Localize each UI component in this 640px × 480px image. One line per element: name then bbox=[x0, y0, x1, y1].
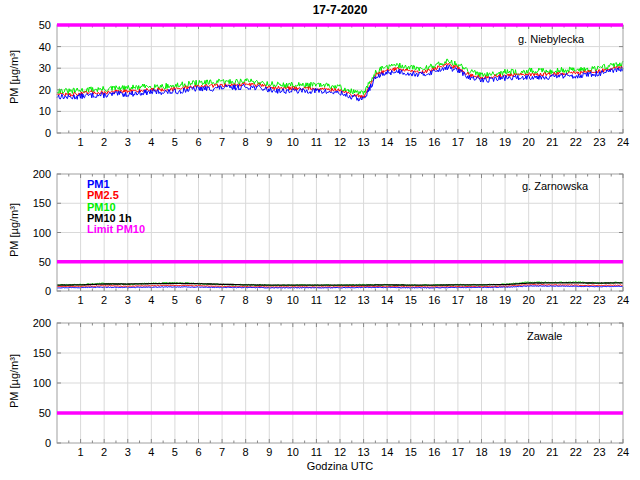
svg-text:4: 4 bbox=[148, 136, 154, 148]
x-tick-labels: 123456789101112131415161718192021222324 bbox=[78, 294, 630, 306]
svg-text:16: 16 bbox=[428, 294, 440, 306]
svg-text:30: 30 bbox=[39, 62, 51, 74]
svg-text:11: 11 bbox=[311, 136, 322, 148]
svg-text:19: 19 bbox=[499, 136, 511, 148]
svg-text:2: 2 bbox=[101, 294, 107, 306]
svg-text:150: 150 bbox=[33, 347, 51, 359]
svg-text:200: 200 bbox=[33, 168, 51, 180]
svg-text:10: 10 bbox=[39, 105, 51, 117]
svg-text:3: 3 bbox=[125, 294, 131, 306]
svg-text:16: 16 bbox=[428, 446, 440, 458]
svg-text:19: 19 bbox=[499, 294, 511, 306]
svg-text:5: 5 bbox=[172, 446, 178, 458]
y-axis-label-middle: PM [µg/m³] bbox=[8, 165, 20, 295]
svg-text:2: 2 bbox=[101, 446, 107, 458]
svg-text:9: 9 bbox=[266, 136, 272, 148]
svg-text:21: 21 bbox=[546, 446, 558, 458]
svg-text:23: 23 bbox=[593, 294, 605, 306]
svg-text:12: 12 bbox=[334, 294, 346, 306]
svg-text:12: 12 bbox=[334, 136, 346, 148]
svg-text:9: 9 bbox=[266, 294, 272, 306]
y-tick-labels: 050100150200 bbox=[33, 168, 51, 297]
svg-text:22: 22 bbox=[570, 294, 582, 306]
svg-text:10: 10 bbox=[287, 446, 299, 458]
svg-text:14: 14 bbox=[381, 294, 393, 306]
station-label-zawale: Zawale bbox=[527, 330, 562, 342]
svg-text:21: 21 bbox=[546, 136, 558, 148]
svg-text:50: 50 bbox=[39, 19, 51, 31]
svg-text:12: 12 bbox=[334, 446, 346, 458]
x-tick-labels: 123456789101112131415161718192021222324 bbox=[78, 446, 630, 458]
svg-text:15: 15 bbox=[405, 294, 417, 306]
y-tick-labels: 01020304050 bbox=[39, 19, 51, 139]
svg-text:13: 13 bbox=[357, 294, 369, 306]
legend-item-pm25: PM2.5 bbox=[87, 190, 145, 201]
svg-text:0: 0 bbox=[45, 437, 51, 449]
svg-text:100: 100 bbox=[33, 377, 51, 389]
svg-text:18: 18 bbox=[475, 136, 487, 148]
svg-text:23: 23 bbox=[593, 136, 605, 148]
svg-text:17: 17 bbox=[452, 294, 464, 306]
svg-text:16: 16 bbox=[428, 136, 440, 148]
svg-text:21: 21 bbox=[546, 294, 558, 306]
svg-text:4: 4 bbox=[148, 446, 154, 458]
svg-text:150: 150 bbox=[33, 197, 51, 209]
svg-text:50: 50 bbox=[39, 256, 51, 268]
x-axis-label: Godzina UTC bbox=[57, 460, 623, 472]
svg-text:20: 20 bbox=[39, 84, 51, 96]
svg-text:8: 8 bbox=[243, 294, 249, 306]
svg-text:22: 22 bbox=[570, 446, 582, 458]
svg-text:200: 200 bbox=[33, 317, 51, 329]
svg-text:1: 1 bbox=[78, 446, 84, 458]
svg-text:14: 14 bbox=[381, 446, 393, 458]
svg-text:1: 1 bbox=[78, 294, 84, 306]
svg-text:100: 100 bbox=[33, 227, 51, 239]
svg-text:24: 24 bbox=[617, 136, 629, 148]
svg-text:15: 15 bbox=[405, 446, 417, 458]
svg-text:23: 23 bbox=[593, 446, 605, 458]
svg-text:6: 6 bbox=[195, 136, 201, 148]
svg-text:8: 8 bbox=[243, 136, 249, 148]
svg-text:50: 50 bbox=[39, 407, 51, 419]
chart-canvas: 1234567891011121314151617181920212223240… bbox=[0, 0, 640, 480]
svg-text:8: 8 bbox=[243, 446, 249, 458]
svg-text:40: 40 bbox=[39, 41, 51, 53]
svg-text:11: 11 bbox=[311, 446, 322, 458]
x-tick-labels: 123456789101112131415161718192021222324 bbox=[78, 136, 630, 148]
svg-text:13: 13 bbox=[357, 136, 369, 148]
y-tick-labels: 050100150200 bbox=[33, 317, 51, 449]
y-axis-label-bottom: PM [µg/m³] bbox=[8, 316, 20, 446]
svg-text:20: 20 bbox=[523, 136, 535, 148]
svg-text:6: 6 bbox=[195, 446, 201, 458]
svg-text:0: 0 bbox=[45, 285, 51, 297]
y-axis-label-top: PM [µg/m³] bbox=[8, 12, 20, 142]
svg-text:20: 20 bbox=[523, 294, 535, 306]
svg-text:2: 2 bbox=[101, 136, 107, 148]
svg-text:0: 0 bbox=[45, 127, 51, 139]
svg-text:10: 10 bbox=[287, 294, 299, 306]
svg-text:7: 7 bbox=[219, 136, 225, 148]
svg-text:13: 13 bbox=[357, 446, 369, 458]
svg-text:19: 19 bbox=[499, 446, 511, 458]
svg-text:1: 1 bbox=[78, 136, 84, 148]
svg-text:5: 5 bbox=[172, 294, 178, 306]
svg-text:22: 22 bbox=[570, 136, 582, 148]
svg-text:15: 15 bbox=[405, 136, 417, 148]
svg-text:6: 6 bbox=[195, 294, 201, 306]
svg-text:5: 5 bbox=[172, 136, 178, 148]
svg-text:7: 7 bbox=[219, 294, 225, 306]
svg-text:14: 14 bbox=[381, 136, 393, 148]
svg-text:11: 11 bbox=[311, 294, 322, 306]
svg-text:10: 10 bbox=[287, 136, 299, 148]
station-label-niebylecka: g. Niebylecka bbox=[518, 33, 584, 45]
svg-text:4: 4 bbox=[148, 294, 154, 306]
pm-dashboard: 17-7-2020 123456789101112131415161718192… bbox=[0, 0, 640, 480]
svg-text:18: 18 bbox=[475, 294, 487, 306]
svg-text:17: 17 bbox=[452, 136, 464, 148]
station-label-zarnowska: g. Zarnowska bbox=[522, 180, 588, 192]
svg-text:18: 18 bbox=[475, 446, 487, 458]
svg-text:3: 3 bbox=[125, 136, 131, 148]
svg-text:24: 24 bbox=[617, 446, 629, 458]
svg-text:24: 24 bbox=[617, 294, 629, 306]
svg-text:9: 9 bbox=[266, 446, 272, 458]
